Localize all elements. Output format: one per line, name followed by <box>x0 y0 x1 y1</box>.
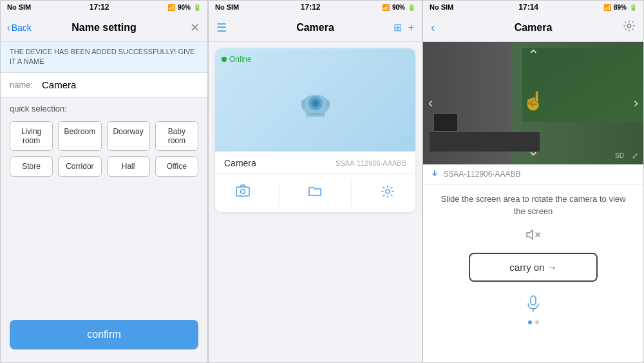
pan-up-button[interactable]: ⌃ <box>527 47 539 64</box>
quick-btn-baby-room[interactable]: Baby room <box>155 121 198 151</box>
status-icons-2: 📶 90% 🔋 <box>382 4 415 11</box>
confirm-button[interactable]: confirm <box>10 320 198 349</box>
monitor-decoration <box>433 113 459 132</box>
camera-card: Online Camera SSAA-112906-AAABB <box>215 48 415 212</box>
battery-icon-3: 🔋 <box>629 4 637 11</box>
time-3: 17:14 <box>518 3 538 12</box>
svg-rect-6 <box>326 100 330 108</box>
battery-1: 90% <box>178 4 191 11</box>
mute-icon-area <box>423 223 643 246</box>
gesture-hand-icon: ☝ <box>522 90 545 112</box>
status-bar-1: No SIM 17:12 📶 90% 🔋 <box>1 1 207 14</box>
battery-3: 89% <box>614 4 627 11</box>
pan-right-button[interactable]: › <box>634 95 638 112</box>
svg-rect-5 <box>301 100 305 108</box>
time-2: 17:12 <box>301 3 321 12</box>
camera-photos-button[interactable] <box>223 181 263 206</box>
back-button[interactable]: ‹ Back <box>7 23 32 33</box>
carrier-1: No SIM <box>7 3 31 11</box>
quick-selection-grid: Living room Bedroom Doorway Baby room St… <box>1 117 207 181</box>
nav-icons-right: ⊞ + <box>393 21 414 34</box>
svg-point-3 <box>313 101 318 106</box>
layout-icon[interactable]: ⊞ <box>393 21 402 34</box>
camera-live-view[interactable]: ☝ ⌃ ⌄ ‹ › SD ⤢ <box>423 42 643 164</box>
device-id-text: SSAA-112906-AAABB <box>443 170 520 179</box>
mic-icon-area <box>423 288 643 315</box>
nav-bar-1: ‹ Back Name setting ✕ <box>1 14 207 42</box>
page-title-2: Camera <box>296 22 334 34</box>
carrier-3: No SIM <box>430 3 453 11</box>
confirm-area: confirm <box>10 320 198 349</box>
device-id-row: SSAA-112906-AAABB <box>423 164 643 185</box>
status-bar-3: No SIM 17:14 📶 89% 🔋 <box>423 1 643 14</box>
online-label: Online <box>229 55 252 64</box>
page-dots <box>423 315 643 329</box>
name-row: name: Camera <box>1 73 207 97</box>
camera-folder-button[interactable] <box>295 181 335 206</box>
online-badge: Online <box>222 55 252 64</box>
name-value: Camera <box>42 79 76 90</box>
camera-preview[interactable]: Online <box>215 48 415 152</box>
camera-name: Camera <box>224 158 256 168</box>
back-chevron-icon: ‹ <box>7 23 10 33</box>
quick-btn-living-room[interactable]: Living room <box>10 121 53 151</box>
battery-icon-1: 🔋 <box>193 4 201 11</box>
panel-camera-view: No SIM 17:14 📶 89% 🔋 ‹ Camera ☝ <box>422 0 644 363</box>
nav-bar-2: ☰ Camera ⊞ + <box>209 14 422 42</box>
status-icons-1: 📶 90% 🔋 <box>167 4 201 11</box>
quick-btn-corridor[interactable]: Corridor <box>58 156 101 177</box>
pan-down-button[interactable]: ⌄ <box>527 142 539 159</box>
status-icons-3: 📶 89% 🔋 <box>603 4 637 11</box>
sd-badge: SD <box>615 152 624 159</box>
battery-2: 90% <box>392 4 405 11</box>
close-button[interactable]: ✕ <box>190 21 200 35</box>
menu-icon[interactable]: ☰ <box>216 21 227 35</box>
device-id-label <box>431 170 443 179</box>
svg-rect-13 <box>531 296 536 305</box>
carrier-2: No SIM <box>215 3 239 11</box>
page-dot-1[interactable] <box>528 320 532 324</box>
svg-rect-4 <box>306 113 325 117</box>
pan-left-button[interactable]: ‹ <box>428 95 433 112</box>
camera-device-id: SSAA-112906-AAABB <box>336 159 406 167</box>
camera-settings-icon[interactable] <box>623 19 636 35</box>
quick-btn-office[interactable]: Office <box>155 156 198 177</box>
wifi-icon: 📶 <box>167 4 175 11</box>
slide-instruction: Slide the screen area to rotate the came… <box>423 185 643 223</box>
add-camera-icon[interactable]: + <box>408 22 414 34</box>
quick-btn-hall[interactable]: Hall <box>107 156 150 177</box>
time-1: 17:12 <box>90 3 109 12</box>
camera-icon-svg <box>290 81 341 119</box>
back-button-3[interactable]: ‹ <box>431 20 435 35</box>
svg-point-10 <box>627 24 630 27</box>
panel-name-setting: No SIM 17:12 📶 90% 🔋 ‹ Back Name setting… <box>0 0 208 363</box>
desk-decoration <box>430 132 540 152</box>
camera-info: Camera SSAA-112906-AAABB <box>215 152 415 174</box>
page-title-1: Name setting <box>71 22 136 34</box>
status-bar-2: No SIM 17:12 📶 90% 🔋 <box>209 1 422 14</box>
quick-btn-bedroom[interactable]: Bedroom <box>58 121 101 151</box>
mute-icon[interactable] <box>526 227 541 242</box>
mic-icon[interactable] <box>526 295 541 313</box>
name-label: name: <box>10 80 35 90</box>
wifi-icon-3: 📶 <box>603 4 611 11</box>
svg-rect-7 <box>236 187 249 196</box>
panel-camera-list: No SIM 17:12 📶 90% 🔋 ☰ Camera ⊞ + Online <box>208 0 422 363</box>
back-label: Back <box>12 23 32 33</box>
page-title-3: Camera <box>515 22 553 34</box>
online-dot <box>222 57 227 62</box>
expand-icon[interactable]: ⤢ <box>632 152 638 161</box>
svg-point-8 <box>241 190 245 194</box>
svg-point-9 <box>386 190 390 193</box>
quick-btn-store[interactable]: Store <box>10 156 53 177</box>
wifi-icon-2: 📶 <box>382 4 390 11</box>
info-banner: THE DEVICE HAS BEEN ADDED SUCCESSFULLY! … <box>1 42 207 73</box>
camera-actions <box>215 174 415 212</box>
camera-settings-button[interactable] <box>368 181 408 206</box>
nav-bar-3: ‹ Camera <box>423 14 643 42</box>
quick-btn-doorway[interactable]: Doorway <box>107 121 150 151</box>
quick-selection-label: quick selection: <box>1 97 207 117</box>
battery-icon-2: 🔋 <box>408 4 415 11</box>
carry-on-button[interactable]: carry on → <box>469 253 598 282</box>
page-dot-2[interactable] <box>535 320 539 324</box>
